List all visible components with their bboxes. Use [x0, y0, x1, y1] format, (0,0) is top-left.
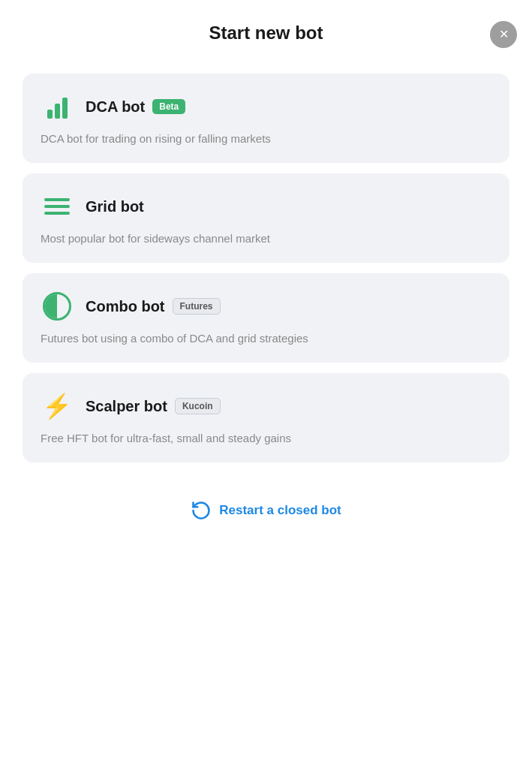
combo-bot-header: Combo bot Futures — [41, 290, 491, 323]
dca-bot-name-row: DCA bot Beta — [86, 98, 185, 116]
scalper-bot-header: ⚡ Scalper bot Kucoin — [41, 390, 491, 423]
combo-bot-name: Combo bot — [86, 298, 165, 315]
grid-bot-description: Most popular bot for sideways channel ma… — [41, 230, 491, 246]
modal: Start new bot DCA bot Beta DCA bot for t — [0, 0, 532, 762]
combo-bot-card[interactable]: Combo bot Futures Futures bot using a co… — [23, 273, 509, 363]
dca-bot-badge: Beta — [152, 99, 185, 114]
combo-icon-fill — [45, 294, 57, 318]
modal-title: Start new bot — [209, 23, 323, 44]
grid-lines-icon — [44, 198, 70, 215]
dca-bot-icon — [41, 90, 74, 123]
combo-bot-icon — [41, 290, 74, 323]
dca-bot-description: DCA bot for trading on rising or falling… — [41, 131, 491, 146]
scalper-bot-card[interactable]: ⚡ Scalper bot Kucoin Free HFT bot for ul… — [23, 373, 509, 462]
dca-bar-3 — [62, 98, 68, 119]
combo-bot-description: Futures bot using a combo of DCA and gri… — [41, 330, 491, 346]
grid-bot-card[interactable]: Grid bot Most popular bot for sideways c… — [23, 173, 509, 263]
grid-line-2 — [44, 205, 70, 208]
bot-list: DCA bot Beta DCA bot for trading on risi… — [0, 59, 532, 477]
dca-bot-name: DCA bot — [86, 98, 145, 116]
dca-bot-header: DCA bot Beta — [41, 90, 491, 123]
modal-header: Start new bot — [0, 0, 532, 59]
combo-half-circle-icon — [43, 292, 71, 321]
scalper-bot-description: Free HFT bot for ultra-fast, small and s… — [41, 430, 491, 446]
scalper-bot-badge: Kucoin — [175, 398, 221, 414]
restart-section[interactable]: Restart a closed bot — [0, 477, 532, 544]
combo-bot-badge: Futures — [173, 298, 221, 315]
dca-bot-card[interactable]: DCA bot Beta DCA bot for trading on risi… — [23, 74, 509, 163]
scalper-bot-name: Scalper bot — [86, 398, 167, 415]
scalper-bot-name-row: Scalper bot Kucoin — [86, 398, 221, 415]
grid-bot-icon — [41, 190, 74, 223]
restart-label: Restart a closed bot — [219, 503, 341, 518]
grid-line-3 — [44, 212, 70, 215]
dca-bar-1 — [47, 110, 53, 119]
grid-line-1 — [44, 198, 70, 201]
grid-bot-name: Grid bot — [86, 198, 144, 215]
dca-bar-2 — [55, 104, 60, 119]
grid-bot-name-row: Grid bot — [86, 198, 144, 215]
scalper-bot-icon: ⚡ — [41, 390, 74, 423]
close-button[interactable] — [490, 21, 517, 48]
combo-bot-name-row: Combo bot Futures — [86, 298, 221, 315]
restart-icon — [191, 500, 212, 521]
lightning-bolt-icon: ⚡ — [42, 394, 72, 418]
dca-chart-icon — [47, 95, 68, 119]
grid-bot-header: Grid bot — [41, 190, 491, 223]
